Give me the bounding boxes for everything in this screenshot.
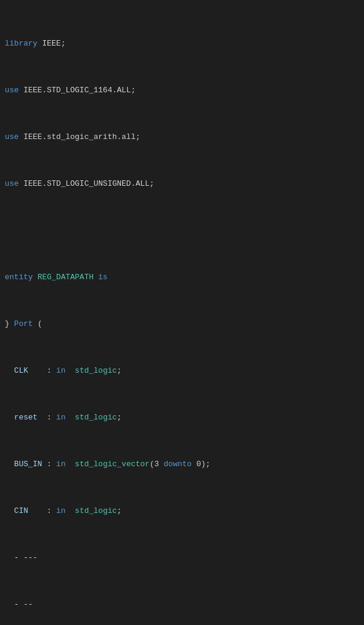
code-line-8: CLK : in std_logic; (0, 365, 364, 377)
code-line-11: CIN : in std_logic; (0, 505, 364, 517)
code-line-6: entity REG_DATAPATH is (0, 271, 364, 283)
code-line-3: use IEEE.std_logic_arith.all; (0, 131, 364, 143)
code-line-5 (0, 225, 364, 237)
code-line-1: library IEEE; (0, 38, 364, 50)
code-line-4: use IEEE.STD_LOGIC_UNSIGNED.ALL; (0, 178, 364, 190)
code-line-13: - -- (0, 599, 364, 611)
code-line-12: - --- (0, 552, 364, 564)
code-line-9: reset : in std_logic; (0, 412, 364, 424)
code-line-7: } Port ( (0, 318, 364, 330)
code-line-2: use IEEE.STD_LOGIC_1164.ALL; (0, 84, 364, 96)
code-editor: library IEEE; use IEEE.STD_LOGIC_1164.AL… (0, 0, 364, 625)
code-line-10: BUS_IN : in std_logic_vector(3 downto 0)… (0, 458, 364, 470)
